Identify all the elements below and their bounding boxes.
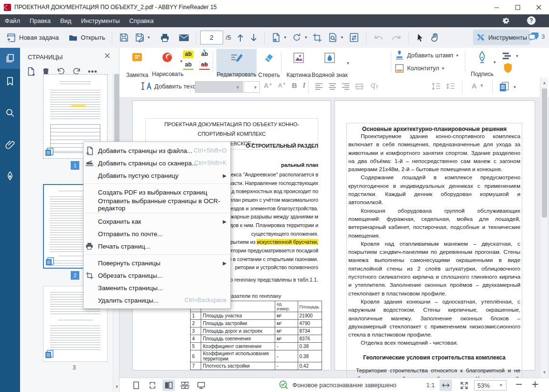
- align-center-icon[interactable]: [328, 82, 337, 91]
- bold-button[interactable]: B: [292, 81, 297, 89]
- open-button[interactable]: Открыть: [65, 30, 108, 45]
- fit-page-button[interactable]: [458, 380, 470, 391]
- view-fit-page-button[interactable]: [146, 380, 159, 391]
- email-button[interactable]: [176, 30, 192, 45]
- menu-item-send-to-ocr-editor[interactable]: Отправить выбранные страницы в OCR-редак…: [84, 198, 230, 211]
- page-number-input[interactable]: [200, 31, 223, 44]
- edit-button[interactable]: Редактировать: [216, 51, 257, 66]
- watermark-button[interactable]: ▾ Водяной знак: [310, 52, 350, 65]
- save-as-button[interactable]: ▾: [132, 30, 153, 45]
- menu-tools[interactable]: Инструменты: [76, 14, 124, 27]
- settings-gear-icon[interactable]: [502, 16, 511, 25]
- close-button[interactable]: [528, 0, 549, 14]
- tools-panel-button[interactable]: Инструменты: [473, 30, 530, 45]
- font-color-button[interactable]: A ▼: [472, 82, 484, 90]
- view-single-page-button[interactable]: [130, 380, 142, 391]
- menu-view[interactable]: Вид: [55, 14, 76, 27]
- page-preview-button[interactable]: ▾: [325, 30, 346, 45]
- page-layout-button[interactable]: ▾: [498, 81, 516, 93]
- menu-item-crop-pages[interactable]: Обрезать страницы...: [84, 269, 230, 282]
- menu-help[interactable]: Справка: [124, 14, 158, 27]
- menu-item-print-pages[interactable]: Печать страниц...: [84, 240, 230, 252]
- sidebar-item-bookmarks[interactable]: [0, 71, 20, 92]
- markup-grid: ab ab▾ ab ab: [183, 51, 211, 70]
- line-spacing-decrease-icon[interactable]: [446, 82, 455, 91]
- highlight-text-icon[interactable]: ab: [183, 51, 194, 58]
- scroll-down-icon[interactable]: ▼: [542, 370, 547, 375]
- insert-text-icon[interactable]: ab▾: [199, 51, 210, 58]
- search-icon: [5, 108, 15, 118]
- align-right-icon[interactable]: [341, 82, 350, 91]
- new-task-button[interactable]: Новая задача: [3, 30, 62, 45]
- view-two-pages-button[interactable]: [162, 380, 175, 391]
- line-spacing-increase-icon[interactable]: [431, 82, 441, 91]
- panel-close-icon[interactable]: [104, 53, 110, 59]
- layers-button[interactable]: ▾: [502, 52, 518, 60]
- protect-button[interactable]: [503, 62, 513, 74]
- menu-item-delete-pages[interactable]: Удалить страницы... Ctrl+Backspace: [84, 294, 230, 306]
- actual-size-button[interactable]: 1:1: [426, 381, 435, 389]
- minimize-button[interactable]: [486, 0, 507, 14]
- maximize-button[interactable]: [507, 0, 528, 14]
- menu-file[interactable]: Файл: [0, 14, 25, 27]
- note-button[interactable]: Заметка: [131, 52, 143, 65]
- add-text-button[interactable]: Добавить текст: [140, 81, 198, 91]
- menu-item-create-pdf-from-selected[interactable]: Создать PDF из выбранных страниц: [84, 186, 230, 198]
- transfer-pages-button[interactable]: [346, 30, 362, 45]
- help-icon[interactable]: ?: [527, 16, 536, 25]
- comments-button[interactable]: 3: [528, 31, 545, 42]
- underline-text-icon[interactable]: ab: [183, 61, 194, 70]
- fit-width-button[interactable]: [440, 380, 452, 391]
- document-page-right[interactable]: Основные архитектурно-планировочные реше…: [334, 100, 535, 370]
- save-button[interactable]: [116, 30, 132, 45]
- grow-font-button[interactable]: A▲: [264, 82, 272, 89]
- font-size-select[interactable]: ▼: [244, 81, 260, 93]
- picture-button[interactable]: Картинка: [285, 52, 312, 65]
- zoom-in-button[interactable]: [531, 381, 539, 388]
- panel-add-page-icon[interactable]: [27, 67, 35, 76]
- menu-item-add-pages-from-scanner[interactable]: Добавить страницы со сканера... Ctrl+Shi…: [84, 157, 230, 169]
- header-footer-button[interactable]: Колонтитул ▾: [395, 64, 444, 73]
- shrink-font-button[interactable]: A▼: [278, 82, 286, 89]
- menu-item-save-as[interactable]: Сохранить как ▶: [84, 215, 230, 228]
- hand-tool-button[interactable]: [427, 30, 442, 45]
- print-button[interactable]: [157, 30, 173, 45]
- menu-item-rotate-pages[interactable]: Повернуть страницы ▶: [84, 257, 230, 269]
- sidebar-item-search[interactable]: [0, 102, 20, 123]
- menu-item-send-by-email[interactable]: Отправить по почте...: [84, 228, 230, 240]
- sidebar-item-pages[interactable]: [0, 48, 20, 69]
- zoom-select[interactable]: 53% ▼: [474, 380, 506, 391]
- italic-button[interactable]: I: [302, 81, 305, 89]
- align-justify-icon[interactable]: [355, 82, 364, 91]
- panel-scroll-down-icon[interactable]: ▼: [115, 385, 119, 389]
- add-pages-button[interactable]: ▾: [269, 30, 289, 45]
- erase-button[interactable]: Стереть: [257, 52, 281, 65]
- ocr-text-block: Основные архитектурно-планировочные реше…: [346, 123, 522, 392]
- document-scrollbar-thumb[interactable]: [542, 88, 547, 218]
- view-fullscreen-button[interactable]: [195, 380, 207, 391]
- rotate-pages-button[interactable]: ▾: [289, 30, 310, 45]
- menu-edit[interactable]: Правка: [25, 14, 55, 27]
- menu-item-add-pages-from-file[interactable]: Добавить страницы из файла... Ctrl+Shift…: [84, 144, 230, 157]
- menu-item-add-blank-page[interactable]: Добавить пустую страницу ▶: [84, 169, 230, 182]
- zoom-out-button[interactable]: [515, 381, 523, 388]
- undo-button[interactable]: [370, 30, 388, 45]
- paragraph-marks-icon[interactable]: [368, 82, 378, 91]
- scroll-up-icon[interactable]: ▲: [542, 81, 547, 85]
- select-tool-button[interactable]: [413, 30, 427, 45]
- font-family-select[interactable]: ▼: [195, 81, 243, 93]
- document-scrollbar[interactable]: ▲ ▼: [540, 78, 548, 378]
- strikethrough-text-icon[interactable]: ab: [199, 61, 210, 70]
- previous-page-button[interactable]: [234, 30, 247, 45]
- signature-button[interactable]: ▾ Подпись: [470, 51, 495, 65]
- sidebar-item-attachments[interactable]: [0, 134, 20, 155]
- redo-button[interactable]: [388, 30, 405, 45]
- sidebar-item-signature[interactable]: [0, 165, 20, 186]
- next-page-button[interactable]: [247, 30, 260, 45]
- crop-button[interactable]: [310, 30, 325, 45]
- view-continuous-button[interactable]: [179, 380, 191, 391]
- draw-button[interactable]: ▾ Нарисовать: [154, 51, 181, 65]
- align-left-icon[interactable]: [314, 82, 323, 91]
- stamp-button[interactable]: Добавить штамп ▾: [395, 51, 458, 60]
- menu-item-replace-pages[interactable]: Заменить страницы...: [84, 282, 230, 294]
